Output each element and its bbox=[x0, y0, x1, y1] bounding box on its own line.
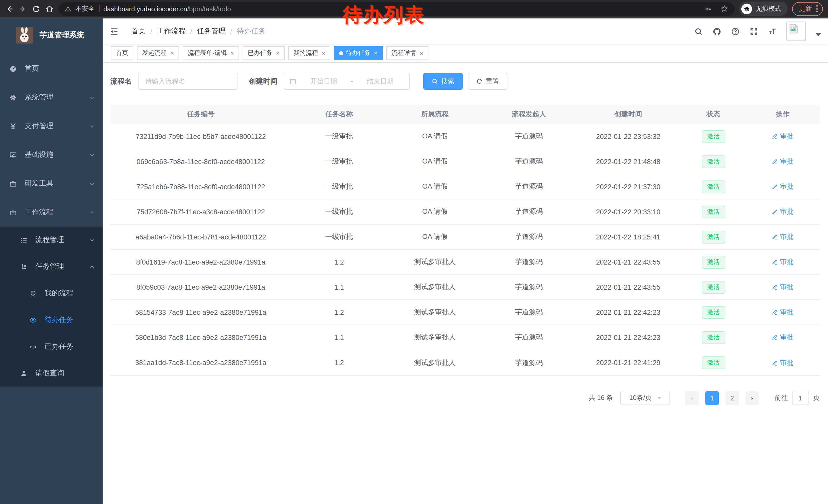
password-key-icon[interactable] bbox=[704, 5, 712, 12]
cell-task-id: 58154733-7ac8-11ec-a9e2-a2380e71991a bbox=[110, 308, 291, 316]
font-size-icon[interactable] bbox=[768, 27, 777, 36]
date-range-picker[interactable]: 开始日期 - 结束日期 bbox=[284, 73, 410, 90]
sidebar-item-workflow[interactable]: 工作流程 bbox=[0, 198, 102, 227]
reset-button[interactable]: 重置 bbox=[468, 73, 507, 90]
process-name-input[interactable] bbox=[138, 73, 238, 90]
cell-created: 2022-01-22 21:37:30 bbox=[575, 183, 681, 190]
sidebar-item-infrastructure[interactable]: 基础设施 bbox=[0, 140, 102, 169]
status-badge: 激活 bbox=[702, 205, 725, 218]
sidebar-item-system[interactable]: 系统管理 bbox=[0, 83, 102, 112]
sidebar-item-task-mgmt[interactable]: 任务管理 bbox=[0, 253, 102, 280]
page-button-2[interactable]: 2 bbox=[726, 391, 739, 405]
update-label: 更新 bbox=[799, 4, 812, 13]
sidebar-item-process-mgmt[interactable]: 流程管理 bbox=[0, 227, 102, 253]
cell-starter: 芋道源码 bbox=[483, 333, 575, 342]
chevron-down-icon bbox=[89, 152, 95, 158]
cell-process: 测试多审批人 bbox=[387, 333, 483, 342]
github-icon[interactable] bbox=[713, 27, 721, 36]
table-row: 8f0d1619-7ac8-11ec-a9e2-a2380e71991a 1.2… bbox=[110, 250, 820, 275]
edit-pencil-icon bbox=[772, 334, 778, 340]
approve-link[interactable]: 审批 bbox=[772, 207, 793, 216]
cell-created: 2022-01-21 22:42:23 bbox=[575, 308, 681, 316]
sidebar-item-leave-query[interactable]: 请假查询 bbox=[0, 360, 102, 386]
chevron-up-icon bbox=[89, 264, 95, 269]
tab-start-process[interactable]: 发起流程× bbox=[137, 46, 179, 60]
next-page-button[interactable]: › bbox=[745, 391, 759, 405]
table-row: 58154733-7ac8-11ec-a9e2-a2380e71991a 1.2… bbox=[110, 300, 820, 325]
close-icon[interactable]: × bbox=[170, 49, 174, 57]
approve-link[interactable]: 审批 bbox=[772, 308, 793, 317]
fullscreen-icon[interactable] bbox=[749, 27, 758, 36]
navbar-actions bbox=[694, 21, 821, 41]
goto-unit-label: 页 bbox=[813, 393, 820, 403]
goto-page-input[interactable] bbox=[792, 391, 809, 405]
sidebar-item-todo-tasks[interactable]: 待办任务 bbox=[0, 307, 102, 333]
breadcrumb-home[interactable]: 首页 bbox=[131, 27, 146, 36]
close-icon[interactable]: × bbox=[374, 49, 378, 57]
browser-menu-button[interactable]: 更新 bbox=[792, 2, 823, 16]
approve-link[interactable]: 审批 bbox=[772, 333, 793, 342]
tab-my-process[interactable]: 我的流程× bbox=[288, 46, 330, 60]
kebab-menu-icon[interactable] bbox=[816, 5, 818, 12]
approve-link[interactable]: 审批 bbox=[772, 258, 793, 267]
status-badge: 激活 bbox=[702, 130, 725, 143]
security-label[interactable]: 不安全 bbox=[75, 4, 95, 13]
page-size-select[interactable]: 10条/页 bbox=[620, 391, 670, 405]
sidebar-item-payment[interactable]: 支付管理 bbox=[0, 112, 102, 140]
sidebar-item-my-process[interactable]: 我的流程 bbox=[0, 280, 102, 307]
bookmark-star-icon[interactable] bbox=[720, 5, 729, 13]
edit-pencil-icon bbox=[772, 259, 778, 265]
start-date-placeholder[interactable]: 开始日期 bbox=[300, 77, 348, 86]
edit-pencil-icon bbox=[772, 184, 778, 190]
avatar[interactable] bbox=[786, 21, 806, 41]
list-icon bbox=[20, 236, 28, 244]
approve-link[interactable]: 审批 bbox=[772, 157, 793, 166]
col-starter: 流程发起人 bbox=[483, 110, 575, 119]
screen: 不安全 dashboard.yudao.iocoder.cn/bpm/task/… bbox=[0, 0, 828, 504]
search-button[interactable]: 搜索 bbox=[423, 73, 463, 90]
yen-icon bbox=[9, 122, 17, 130]
status-badge: 激活 bbox=[702, 230, 725, 243]
tab-form-edit[interactable]: 流程表单-编辑× bbox=[182, 46, 239, 60]
breadcrumb-task-mgmt[interactable]: 任务管理 bbox=[197, 27, 226, 36]
end-date-placeholder[interactable]: 结束日期 bbox=[356, 77, 404, 86]
calendar-icon bbox=[289, 78, 296, 85]
approve-link[interactable]: 审批 bbox=[772, 182, 793, 191]
breadcrumb-workflow[interactable]: 工作流程 bbox=[157, 27, 186, 36]
prev-page-button[interactable]: ‹ bbox=[686, 391, 699, 405]
url-text[interactable]: dashboard.yudao.iocoder.cn/bpm/task/todo bbox=[104, 5, 231, 12]
sidebar-item-devtools[interactable]: 研发工具 bbox=[0, 169, 102, 198]
close-icon[interactable]: × bbox=[322, 49, 325, 57]
help-icon[interactable] bbox=[731, 27, 740, 36]
cell-starter: 芋道源码 bbox=[483, 207, 575, 216]
close-icon[interactable]: × bbox=[420, 49, 423, 57]
cell-starter: 芋道源码 bbox=[483, 132, 575, 141]
close-icon[interactable]: × bbox=[276, 49, 280, 57]
tab-process-detail[interactable]: 流程详情× bbox=[386, 46, 428, 60]
approve-link[interactable]: 审批 bbox=[772, 282, 793, 292]
back-icon[interactable] bbox=[5, 4, 14, 13]
sidebar-collapse-icon[interactable] bbox=[110, 27, 119, 36]
close-icon[interactable]: × bbox=[230, 49, 234, 57]
cell-starter: 芋道源码 bbox=[483, 232, 575, 241]
app-logo-row[interactable]: 芋道管理系统 bbox=[0, 18, 102, 47]
tab-home[interactable]: 首页 bbox=[111, 46, 133, 60]
process-name-label: 流程名 bbox=[110, 77, 132, 86]
approve-link[interactable]: 审批 bbox=[772, 358, 793, 367]
workflow-submenu: 流程管理 任务管理 我的流程 待办任务 已办 bbox=[0, 227, 102, 386]
search-icon[interactable] bbox=[694, 27, 703, 36]
approve-link[interactable]: 审批 bbox=[772, 132, 793, 141]
page-button-1[interactable]: 1 bbox=[705, 391, 719, 405]
home-icon[interactable] bbox=[45, 4, 54, 13]
avatar-caret-icon[interactable] bbox=[816, 33, 821, 36]
sidebar-item-done-tasks[interactable]: 已办任务 bbox=[0, 333, 102, 360]
cell-process: 测试多审批人 bbox=[387, 358, 483, 367]
tab-done-tasks[interactable]: 已办任务× bbox=[243, 46, 285, 60]
reload-icon[interactable] bbox=[32, 4, 41, 13]
table-row: 580e1b3d-7ac8-11ec-a9e2-a2380e71991a 1.1… bbox=[110, 325, 820, 350]
security-warning-icon[interactable] bbox=[65, 5, 71, 12]
sidebar-item-home[interactable]: 首页 bbox=[0, 54, 102, 83]
forward-icon[interactable] bbox=[18, 4, 27, 13]
tab-todo-tasks[interactable]: 待办任务× bbox=[334, 46, 383, 60]
approve-link[interactable]: 审批 bbox=[772, 232, 793, 241]
